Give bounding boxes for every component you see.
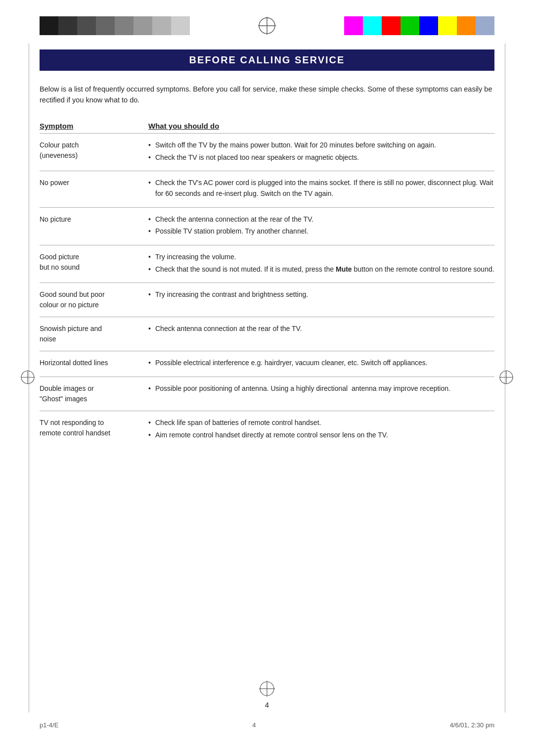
symptom-label: Snowish picture andnoise (40, 324, 148, 344)
list-item: Possible TV station problem. Try another… (148, 226, 494, 237)
table-row: TV not responding toremote control hands… (40, 411, 494, 448)
symptom-label: Double images or"Ghost" images (40, 383, 148, 404)
list-item: Switch off the TV by the mains power but… (148, 140, 494, 151)
list-item: Check antenna connection at the rear of … (148, 324, 494, 334)
symptom-actions: Possible poor positioning of antenna. Us… (148, 383, 494, 396)
symptom-actions: Check antenna connection at the rear of … (148, 324, 494, 336)
list-item: Possible poor positioning of antenna. Us… (148, 383, 494, 394)
symptom-label: Horizontal dotted lines (40, 358, 148, 368)
list-item: Check the TV is not placed too near spea… (148, 152, 494, 163)
page-footer: p1-4/E 4 4/6/01, 2:30 pm (0, 721, 534, 729)
symptom-actions: Try increasing the volume. Check that th… (148, 252, 494, 276)
action-column-header: What you should do (148, 122, 494, 130)
list-item: Check the antenna connection at the rear… (148, 214, 494, 225)
rbar-7 (457, 16, 476, 35)
list-item: Check life span of batteries of remote c… (148, 418, 494, 428)
table-row: No power Check the TV's AC power cord is… (40, 171, 494, 207)
symptom-actions: Try increasing the contrast and brightne… (148, 289, 494, 302)
rbar-4 (400, 16, 419, 35)
table-row: Colour patch(uneveness) Switch off the T… (40, 133, 494, 171)
rbar-5 (419, 16, 438, 35)
left-crosshair (20, 370, 36, 387)
content-area: Symptom What you should do Colour patch(… (40, 122, 494, 449)
table-row: Good picturebut no sound Try increasing … (40, 245, 494, 283)
intro-paragraph: Below is a list of frequently occurred s… (40, 84, 494, 106)
list-item: Check that the sound is not muted. If it… (148, 264, 494, 275)
rbar-2 (363, 16, 382, 35)
symptom-label: No picture (40, 214, 148, 225)
symptom-actions: Check life span of batteries of remote c… (148, 418, 494, 442)
symptom-label: Good picturebut no sound (40, 252, 148, 273)
symptom-actions: Check the antenna connection at the rear… (148, 214, 494, 238)
list-item: Try increasing the contrast and brightne… (148, 289, 494, 300)
symptom-label: Good sound but poorcolour or no picture (40, 289, 148, 310)
symptom-actions: Possible electrical interference e.g. ha… (148, 358, 494, 370)
rbar-3 (382, 16, 400, 35)
bar-6 (134, 16, 152, 35)
symptom-label: TV not responding toremote control hands… (40, 418, 148, 438)
bar-8 (171, 16, 190, 35)
list-item: Possible electrical interference e.g. ha… (148, 358, 494, 369)
bar-3 (77, 16, 96, 35)
page-title: BEFORE CALLING SERVICE (51, 54, 483, 66)
right-color-bars (344, 16, 494, 35)
top-color-bar-row (0, 0, 534, 36)
right-crosshair (498, 370, 514, 387)
symptom-actions: Switch off the TV by the mains power but… (148, 140, 494, 164)
list-item: Aim remote control handset directly at r… (148, 430, 494, 441)
footer-left: p1-4/E (40, 721, 58, 729)
bar-1 (40, 16, 58, 35)
footer-right: 4/6/01, 2:30 pm (450, 721, 494, 729)
rbar-6 (438, 16, 457, 35)
top-center-crosshair (257, 16, 277, 36)
left-color-bars (40, 16, 190, 35)
table-row: Horizontal dotted lines Possible electri… (40, 351, 494, 377)
bottom-crosshair (258, 680, 276, 699)
bar-2 (58, 16, 77, 35)
symptom-column-header: Symptom (40, 122, 148, 130)
table-row: Snowish picture andnoise Check antenna c… (40, 317, 494, 351)
column-headers: Symptom What you should do (40, 122, 494, 133)
rbar-8 (476, 16, 494, 35)
page-title-bar: BEFORE CALLING SERVICE (40, 49, 494, 71)
symptom-label: No power (40, 178, 148, 188)
page: BEFORE CALLING SERVICE Below is a list o… (0, 0, 534, 756)
mute-bold: Mute (336, 265, 352, 273)
rbar-1 (344, 16, 363, 35)
footer-center: 4 (252, 721, 256, 729)
bar-5 (115, 16, 134, 35)
bar-4 (96, 16, 115, 35)
list-item: Check the TV's AC power cord is plugged … (148, 178, 494, 199)
table-row: No picture Check the antenna connection … (40, 207, 494, 245)
page-number: 4 (265, 701, 269, 709)
table-row: Good sound but poorcolour or no picture … (40, 283, 494, 317)
symptom-actions: Check the TV's AC power cord is plugged … (148, 178, 494, 200)
table-row: Double images or"Ghost" images Possible … (40, 377, 494, 411)
list-item: Try increasing the volume. (148, 252, 494, 263)
symptom-label: Colour patch(uneveness) (40, 140, 148, 161)
bar-7 (152, 16, 171, 35)
